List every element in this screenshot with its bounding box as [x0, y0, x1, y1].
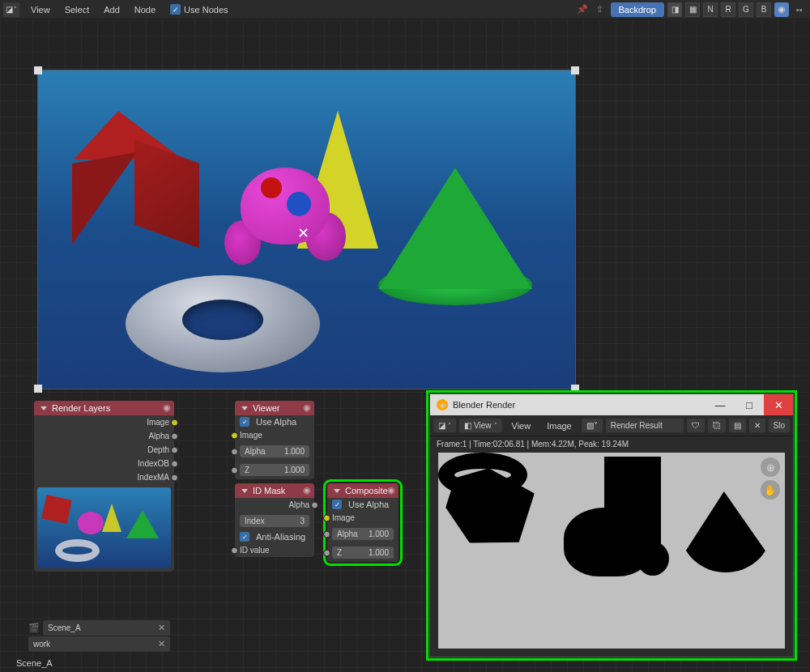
backdrop-handle[interactable] — [571, 385, 579, 393]
input-image: Image — [327, 511, 399, 525]
scene-name-label: Scene_A — [16, 658, 53, 668]
shield-icon[interactable]: 🛡 — [687, 419, 705, 432]
node-editor-viewport[interactable]: ✕ Render Layers ◉ Image Alpha Depth Inde… — [0, 19, 810, 672]
close-icon[interactable]: ✕ — [158, 623, 165, 633]
render-torus — [126, 275, 320, 372]
socket-in[interactable] — [231, 448, 238, 455]
render-status: Frame:1 | Time:02:06.81 | Mem:4.22M, Pea… — [430, 436, 793, 452]
node-header[interactable]: Render Layers ◉ — [34, 401, 174, 415]
copy-icon[interactable]: ⿻ — [708, 419, 726, 432]
upload-icon[interactable]: ⇧ — [593, 2, 608, 17]
backdrop-handle[interactable] — [34, 66, 42, 74]
maximize-button[interactable]: □ — [735, 394, 764, 415]
backdrop-button[interactable]: Backdrop — [611, 2, 664, 17]
input-z[interactable]: Z1.000 — [235, 461, 314, 479]
render-cube — [58, 111, 187, 240]
index-field[interactable]: Index3 — [235, 512, 314, 530]
menu-node[interactable]: Node — [128, 2, 162, 17]
view-mode-dropdown[interactable]: ◧ View ˅ — [459, 419, 502, 432]
channel-btn-blue[interactable]: B — [757, 2, 771, 17]
node-title: Render Layers — [52, 403, 110, 413]
input-alpha[interactable]: Alpha1.000 — [327, 525, 399, 543]
channel-btn-combined[interactable]: ◨ — [667, 2, 682, 17]
node-composite[interactable]: Composite ◉ ✓Use Alpha Image Alpha1.000 … — [326, 483, 399, 563]
channel-btn-green[interactable]: G — [739, 2, 753, 17]
anti-aliasing-toggle[interactable]: ✓Anti-Aliasing — [235, 530, 314, 543]
socket-out[interactable] — [311, 501, 318, 508]
sphere-icon: ◉ — [303, 402, 311, 413]
node-render-layers[interactable]: Render Layers ◉ Image Alpha Depth IndexO… — [33, 400, 175, 572]
node-preview — [37, 487, 171, 568]
node-header[interactable]: Composite ◉ — [327, 483, 399, 498]
node-header[interactable]: Viewer ◉ — [235, 401, 314, 415]
zoom-icon[interactable]: ⊕ — [761, 457, 780, 477]
backdrop-render[interactable]: ✕ — [37, 70, 576, 389]
backdrop-handle[interactable] — [571, 66, 579, 74]
render-toolbar: ◪˅ ◧ View ˅ View Image ▨˅ Render Result … — [430, 415, 793, 436]
blender-logo-icon[interactable]: ◉ — [774, 2, 789, 17]
menu-add[interactable]: Add — [97, 2, 126, 17]
image-select[interactable]: ▨˅ — [582, 419, 603, 432]
menu-view[interactable]: View — [24, 2, 57, 17]
socket-in[interactable] — [323, 530, 330, 538]
collapse-icon[interactable] — [241, 406, 248, 410]
socket-in[interactable] — [231, 432, 238, 439]
output-indexob: IndexOB — [34, 457, 174, 470]
channel-btn-color[interactable]: ▦ — [685, 2, 700, 17]
socket-out[interactable] — [171, 419, 178, 426]
render-output[interactable]: ⊕ ✋ — [438, 453, 785, 649]
input-id-value: ID value — [235, 543, 314, 557]
close-icon[interactable]: ✕ — [158, 639, 165, 649]
scene-icon: 🎬 — [28, 623, 40, 633]
node-title: Composite — [345, 486, 388, 495]
node-header[interactable]: ID Mask ◉ — [235, 483, 314, 498]
sphere-icon: ◉ — [303, 485, 311, 495]
pan-icon[interactable]: ✋ — [761, 480, 780, 500]
window-titlebar[interactable]: ◉ Blender Render — □ ✕ — [430, 394, 793, 415]
minimize-button[interactable]: — — [706, 394, 735, 415]
node-viewer[interactable]: Viewer ◉ ✓Use Alpha Image Alpha1.000 Z1.… — [234, 400, 315, 480]
scene-selector[interactable]: Scene_A✕ — [43, 620, 170, 636]
render-result-field[interactable]: Render Result — [606, 419, 684, 432]
use-alpha-toggle[interactable]: ✓Use Alpha — [327, 498, 399, 511]
use-nodes-label: Use Nodes — [184, 5, 228, 15]
input-z[interactable]: Z1.000 — [327, 543, 399, 562]
use-alpha-toggle[interactable]: ✓Use Alpha — [235, 415, 314, 428]
socket-in[interactable] — [231, 466, 238, 474]
channel-btn-alpha[interactable]: N — [703, 2, 718, 17]
window-title: Blender Render — [453, 400, 515, 410]
node-id-mask[interactable]: ID Mask ◉ Alpha Index3 ✓Anti-Aliasing ID… — [234, 483, 315, 558]
checkmark-icon: ✓ — [170, 4, 181, 15]
editor-type-icon[interactable]: ◪˅ — [3, 2, 19, 17]
folder-icon[interactable]: ▤ — [729, 419, 746, 432]
menu-image[interactable]: Image — [540, 419, 578, 433]
socket-out[interactable] — [171, 460, 178, 467]
menu-view[interactable]: View — [505, 419, 538, 433]
socket-in[interactable] — [231, 547, 238, 554]
output-depth: Depth — [34, 443, 174, 457]
remove-icon[interactable]: ✕ — [749, 419, 765, 432]
socket-out[interactable] — [171, 446, 178, 453]
collapse-icon[interactable] — [40, 406, 47, 410]
menu-select[interactable]: Select — [58, 2, 96, 17]
socket-out[interactable] — [171, 432, 178, 440]
output-alpha: Alpha — [235, 498, 314, 512]
workspace-selector[interactable]: work✕ — [28, 636, 170, 652]
backdrop-handle[interactable] — [34, 385, 42, 393]
pin-icon[interactable]: 📌 — [575, 2, 590, 17]
socket-in[interactable] — [323, 514, 330, 521]
channel-btn-red[interactable]: R — [721, 2, 735, 17]
input-image: Image — [235, 428, 314, 442]
editor-type-icon[interactable]: ◪˅ — [433, 419, 456, 432]
use-nodes-toggle[interactable]: ✓ Use Nodes — [170, 4, 228, 15]
input-alpha[interactable]: Alpha1.000 — [235, 442, 314, 461]
socket-in[interactable] — [323, 549, 330, 556]
slot-selector[interactable]: Slo — [769, 419, 790, 432]
close-button[interactable]: ✕ — [764, 394, 793, 415]
collapse-icon[interactable] — [334, 489, 340, 493]
snap-icon[interactable]: ▪▪ — [792, 2, 807, 17]
socket-out[interactable] — [171, 474, 178, 481]
collapse-icon[interactable] — [241, 489, 248, 493]
node-title: ID Mask — [253, 486, 285, 495]
render-window[interactable]: ◉ Blender Render — □ ✕ ◪˅ ◧ View ˅ View … — [429, 393, 794, 657]
